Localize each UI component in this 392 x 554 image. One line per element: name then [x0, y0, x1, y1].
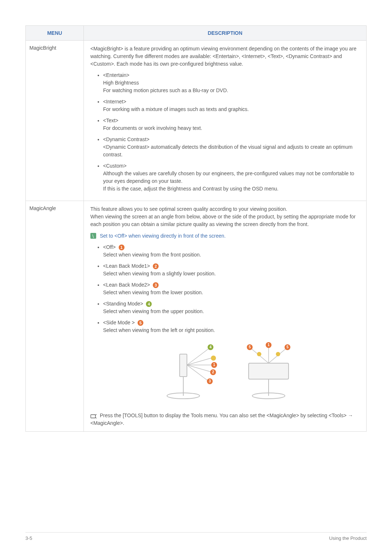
list-item: <Entertain> High Brightness For watching… [103, 71, 360, 94]
item-line: High Brightness [103, 79, 360, 87]
magicangle-list: <Off> 1 Select when viewing from the fro… [90, 243, 360, 334]
item-desc: Select when viewing from the left or rig… [103, 327, 360, 334]
svg-line-4 [187, 358, 212, 365]
magicangle-intro: This feature allows you to see optimal s… [90, 205, 360, 228]
section-title: Using the Product [329, 535, 367, 541]
svg-line-3 [187, 349, 209, 365]
menu-name-magicbright: MagicBright [26, 41, 84, 201]
list-item: <Custom> Although the values are careful… [103, 162, 360, 193]
item-line: For documents or work involving heavy te… [103, 124, 360, 132]
svg-point-29 [257, 352, 261, 356]
desc-magicangle: This feature allows you to see optimal s… [84, 201, 367, 432]
svg-text:5: 5 [249, 345, 251, 349]
page: MENU DESCRIPTION MagicBright <MagicBrigh… [0, 0, 392, 554]
svg-text:1: 1 [213, 363, 215, 367]
svg-rect-31 [91, 415, 95, 418]
tools-note-text: Press the [TOOLS] button to display the … [90, 413, 353, 426]
list-item: <Standing Mode> 4 Select when viewing fr… [103, 300, 360, 315]
svg-line-7 [187, 365, 209, 381]
page-number: 3-5 [25, 535, 32, 541]
item-line: If this is the case, adjust the Brightne… [103, 185, 360, 193]
badge-2-icon: 2 [153, 263, 159, 269]
item-desc: Select when viewing from the lower posit… [103, 289, 360, 296]
list-item: <Lean Back Mode2> 3 Select when viewing … [103, 281, 360, 296]
note: Set to <Off> when viewing directly in fr… [90, 232, 360, 240]
page-footer: 3-5 Using the Product [25, 532, 367, 541]
list-item: <Text> For documents or work involving h… [103, 117, 360, 132]
svg-line-6 [187, 365, 212, 372]
menu-name-magicangle: MagicAngle [26, 201, 84, 432]
table-row: MagicBright <MagicBright> is a feature p… [26, 41, 367, 201]
header-description: DESCRIPTION [84, 26, 367, 41]
svg-rect-2 [180, 354, 187, 377]
item-title: <Lean Back Mode2> [103, 282, 150, 288]
magicbright-intro: <MagicBright> is a feature providing an … [90, 45, 360, 68]
list-item: <Side Mode > 5 Select when viewing from … [103, 319, 360, 334]
item-desc: Select when viewing from the upper posit… [103, 308, 360, 315]
svg-rect-19 [249, 363, 289, 379]
svg-text:2: 2 [212, 370, 214, 374]
svg-text:5: 5 [286, 345, 289, 349]
note-icon [90, 233, 96, 239]
item-line: For watching motion pictures such as a B… [103, 87, 360, 94]
item-title: <Text> [103, 118, 118, 123]
angle-diagram: 4 1 2 3 [90, 341, 360, 405]
list-item: <Lean Back Mode1> 2 Select when viewing … [103, 262, 360, 278]
svg-text:1: 1 [268, 343, 270, 347]
item-title: <Custom> [103, 163, 127, 169]
monitor-angles-icon: 4 1 2 3 [142, 341, 309, 403]
item-title: <Standing Mode> [103, 301, 143, 307]
item-line: Although the values are carefully chosen… [103, 170, 360, 185]
item-title: <Off> [103, 244, 116, 250]
item-line: For working with a mixture of images suc… [103, 106, 360, 113]
item-title: <Entertain> [103, 72, 129, 78]
svg-point-12 [211, 356, 216, 361]
list-item: <Off> 1 Select when viewing from the fro… [103, 243, 360, 259]
list-item: <Dynamic Contrast> <Dynamic Contrast> au… [103, 136, 360, 159]
item-title: <Dynamic Contrast> [103, 136, 150, 142]
header-menu: MENU [26, 26, 84, 41]
menu-description-table: MENU DESCRIPTION MagicBright <MagicBrigh… [25, 25, 367, 432]
item-title: <Lean Back Mode1> [103, 263, 150, 269]
magicbright-list: <Entertain> High Brightness For watching… [90, 71, 360, 193]
badge-4-icon: 4 [146, 301, 152, 307]
table-row: MagicAngle This feature allows you to se… [26, 201, 367, 432]
svg-point-30 [276, 352, 280, 356]
svg-text:4: 4 [209, 345, 212, 349]
note-text: Set to <Off> when viewing directly in fr… [100, 233, 226, 239]
item-title: <Internet> [103, 99, 126, 104]
item-title: <Side Mode > [103, 320, 135, 325]
item-desc: Select when viewing from the front posit… [103, 251, 360, 259]
tools-icon [90, 413, 97, 418]
list-item: <Internet> For working with a mixture of… [103, 98, 360, 113]
svg-text:3: 3 [209, 379, 211, 383]
tools-note: Press the [TOOLS] button to display the … [90, 412, 360, 427]
badge-3-icon: 3 [153, 282, 159, 288]
desc-magicbright: <MagicBright> is a feature providing an … [84, 41, 367, 201]
item-line: <Dynamic Contrast> automatically detects… [103, 143, 360, 159]
badge-1-icon: 1 [119, 245, 124, 250]
item-desc: Select when viewing from a slightly lowe… [103, 270, 360, 278]
badge-5-icon: 5 [138, 320, 143, 326]
